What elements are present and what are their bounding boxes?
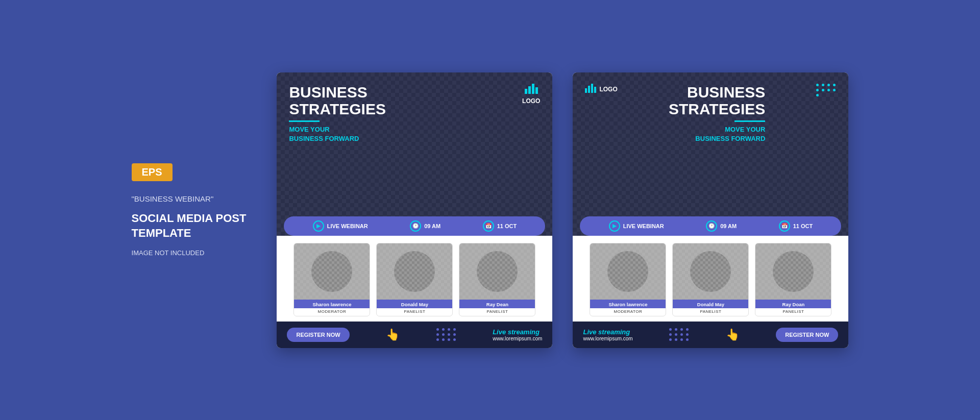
svg-rect-7 — [594, 87, 596, 93]
speaker-name-5: Donald May — [673, 300, 748, 308]
streaming-info-1: Live streaming www.loremipsum.com — [493, 328, 542, 341]
speaker-role-5: PANELIST — [673, 308, 748, 316]
card-top-1: BUSINESS STRATEGIES MOVE YOURBUSINESS FO… — [277, 72, 552, 236]
speaker-circle-4 — [607, 251, 648, 292]
speaker-name-4: Sharon lawrence — [590, 300, 666, 308]
card-header-row: BUSINESS STRATEGIES MOVE YOURBUSINESS FO… — [289, 84, 540, 143]
logo-icon-2 — [585, 84, 597, 95]
speaker-name-3: Ray Dean — [459, 300, 535, 308]
speaker-card-6: Ray Doan PANELIST — [755, 243, 831, 316]
quote-text: "BUSINESS WEBINAR" — [132, 194, 214, 203]
webinar-item-5: 🕐 09 AM — [706, 220, 737, 232]
webinar-bar-2: ▶ LIVE WEBINAR 🕐 09 AM 📅 11 OCT — [580, 216, 841, 236]
svg-rect-0 — [525, 89, 527, 94]
speaker-card-5: Donald May PANELIST — [672, 243, 749, 316]
speaker-card-2: Donald May PANELIST — [376, 243, 453, 316]
speaker-circle-6 — [773, 251, 814, 292]
speaker-role-3: PANELIST — [459, 308, 535, 316]
speaker-name-2: Donald May — [377, 300, 452, 308]
streaming-label-2: Live streaming — [583, 328, 632, 336]
card-subtitle-2: MOVE YOURBUSINESS FORWARD — [669, 125, 765, 143]
speaker-circle-1 — [311, 251, 352, 292]
card-middle-2: Sharon lawrence MODERATOR Donald May PAN… — [573, 236, 848, 322]
play-icon: ▶ — [313, 220, 324, 232]
hand-icon-2: 👆 — [726, 328, 740, 341]
register-btn-2[interactable]: REGISTER NOW — [776, 328, 838, 342]
webinar-item-2: 🕐 09 AM — [410, 220, 440, 232]
svg-rect-4 — [585, 88, 587, 93]
calendar-icon-2: 📅 — [779, 220, 790, 232]
dot-pattern-2 — [816, 84, 836, 96]
card-middle-1: Sharon lawrence MODERATOR Donald May PAN… — [277, 236, 552, 322]
streaming-url-1: www.loremipsum.com — [493, 336, 542, 341]
logo-text-2: LOGO — [599, 86, 617, 93]
speaker-img-6 — [755, 243, 831, 300]
streaming-url-2: www.loremipsum.com — [583, 336, 632, 341]
card-bottom-1: REGISTER NOW 👆 Live streaming www.loremi… — [277, 322, 552, 348]
register-btn-1[interactable]: REGISTER NOW — [287, 328, 349, 342]
speaker-name-1: Sharon lawrence — [294, 300, 370, 308]
speaker-role-1: MODERATOR — [294, 308, 370, 316]
speaker-img-1 — [294, 243, 370, 300]
svg-rect-5 — [588, 86, 590, 93]
webinar-item-6: 📅 11 OCT — [779, 220, 813, 232]
card-title-accent — [289, 120, 320, 122]
speaker-img-3 — [459, 243, 535, 300]
speaker-circle-2 — [394, 251, 435, 292]
left-info-panel: EPS "BUSINESS WEBINAR" SOCIAL MEDIA POST… — [132, 163, 247, 256]
clock-icon: 🕐 — [410, 220, 421, 232]
speaker-role-2: PANELIST — [377, 308, 452, 316]
speaker-img-5 — [673, 243, 748, 300]
webinar-bar-1: ▶ LIVE WEBINAR 🕐 09 AM 📅 11 OCT — [284, 216, 545, 236]
svg-rect-2 — [532, 84, 534, 94]
webinar-item-3: 📅 11 OCT — [483, 220, 517, 232]
speaker-circle-3 — [477, 251, 518, 292]
svg-rect-1 — [528, 86, 531, 94]
webinar-item-4: ▶ LIVE WEBINAR — [609, 220, 664, 232]
speaker-card-3: Ray Dean PANELIST — [459, 243, 535, 316]
card-title-block: BUSINESS STRATEGIES MOVE YOURBUSINESS FO… — [289, 84, 385, 143]
svg-rect-3 — [535, 87, 538, 94]
clock-icon-2: 🕐 — [706, 220, 717, 232]
card-header-row-2: LOGO BUSINESS STRATEGIES MOVE YOURBUSINE… — [585, 84, 836, 143]
eps-badge: EPS — [132, 163, 173, 181]
svg-rect-6 — [591, 84, 593, 93]
card-top-content-2: LOGO BUSINESS STRATEGIES MOVE YOURBUSINE… — [573, 72, 848, 216]
speaker-role-4: MODERATOR — [590, 308, 666, 316]
speaker-circle-5 — [690, 251, 731, 292]
card-top-content: BUSINESS STRATEGIES MOVE YOURBUSINESS FO… — [277, 72, 552, 216]
logo-block-2: LOGO — [585, 84, 617, 95]
hand-icon-1: 👆 — [386, 328, 400, 341]
speaker-img-4 — [590, 243, 666, 300]
card-title-main-2: BUSINESS STRATEGIES — [669, 84, 765, 117]
streaming-info-2: Live streaming www.loremipsum.com — [583, 328, 632, 341]
page-container: EPS "BUSINESS WEBINAR" SOCIAL MEDIA POST… — [0, 0, 980, 420]
left-title: SOCIAL MEDIA POSTTEMPLATE — [132, 211, 247, 240]
logo-text: LOGO — [522, 97, 540, 105]
template-card-2: LOGO BUSINESS STRATEGIES MOVE YOURBUSINE… — [573, 72, 848, 348]
speaker-card-1: Sharon lawrence MODERATOR — [293, 243, 370, 316]
card-title-accent-2 — [734, 120, 765, 122]
left-subtitle: IMAGE NOT INCLUDED — [132, 249, 205, 257]
webinar-item-1: ▶ LIVE WEBINAR — [313, 220, 368, 232]
card-title-main: BUSINESS STRATEGIES — [289, 84, 385, 117]
card-top-2: LOGO BUSINESS STRATEGIES MOVE YOURBUSINE… — [573, 72, 848, 236]
calendar-icon: 📅 — [483, 220, 494, 232]
bottom-dots-2 — [669, 328, 689, 341]
logo-icon — [525, 84, 538, 96]
template-card-1: BUSINESS STRATEGIES MOVE YOURBUSINESS FO… — [277, 72, 552, 348]
play-icon-2: ▶ — [609, 220, 620, 232]
card-subtitle: MOVE YOURBUSINESS FORWARD — [289, 125, 385, 143]
speaker-role-6: PANELIST — [755, 308, 831, 316]
card-bottom-2: Live streaming www.loremipsum.com 👆 REGI… — [573, 322, 848, 348]
bottom-dots-1 — [436, 328, 456, 341]
streaming-label-1: Live streaming — [493, 328, 542, 336]
card-title-block-2: BUSINESS STRATEGIES MOVE YOURBUSINESS FO… — [669, 84, 765, 143]
speaker-img-2 — [377, 243, 452, 300]
speaker-name-6: Ray Doan — [755, 300, 831, 308]
logo-block: LOGO — [522, 84, 540, 105]
speaker-card-4: Sharon lawrence MODERATOR — [590, 243, 666, 316]
